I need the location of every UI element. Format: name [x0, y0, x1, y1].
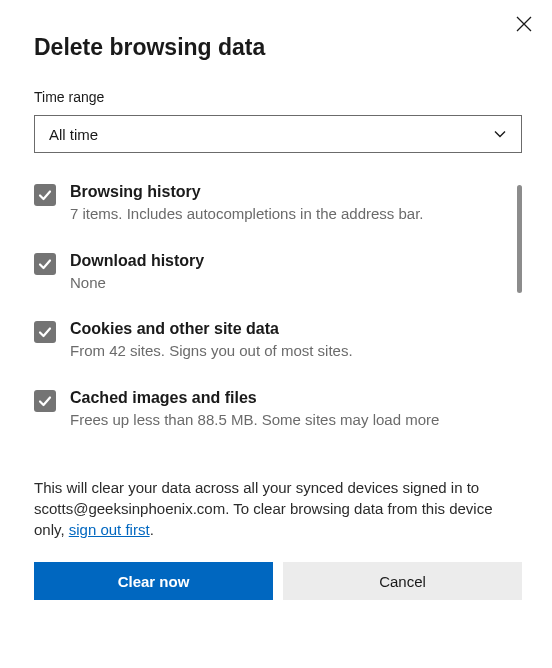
close-button[interactable]: [514, 14, 534, 34]
option-title: Browsing history: [70, 183, 424, 201]
dialog-title: Delete browsing data: [34, 34, 522, 61]
time-range-value: All time: [49, 126, 98, 143]
checkmark-icon: [37, 187, 53, 203]
option-cookies: Cookies and other site data From 42 site…: [34, 320, 510, 361]
option-browsing-history: Browsing history 7 items. Includes autoc…: [34, 183, 510, 224]
note-suffix: .: [150, 521, 154, 538]
checkmark-icon: [37, 256, 53, 272]
cancel-button[interactable]: Cancel: [283, 562, 522, 600]
clear-now-button[interactable]: Clear now: [34, 562, 273, 600]
options-list: Browsing history 7 items. Includes autoc…: [34, 183, 522, 463]
option-title: Cached images and files: [70, 389, 439, 407]
sign-out-link[interactable]: sign out first: [69, 521, 150, 538]
sync-note: This will clear your data across all you…: [34, 477, 522, 540]
option-title: Cookies and other site data: [70, 320, 353, 338]
option-desc: None: [70, 273, 204, 293]
checkbox-download-history[interactable]: [34, 253, 56, 275]
option-download-history: Download history None: [34, 252, 510, 293]
time-range-select[interactable]: All time: [34, 115, 522, 153]
option-desc: 7 items. Includes autocompletions in the…: [70, 204, 424, 224]
option-desc: Frees up less than 88.5 MB. Some sites m…: [70, 410, 439, 430]
checkmark-icon: [37, 393, 53, 409]
time-range-label: Time range: [34, 89, 522, 105]
checkbox-browsing-history[interactable]: [34, 184, 56, 206]
scrollbar-thumb[interactable]: [517, 185, 522, 293]
option-cached: Cached images and files Frees up less th…: [34, 389, 510, 430]
checkmark-icon: [37, 324, 53, 340]
chevron-down-icon: [493, 127, 507, 141]
checkbox-cookies[interactable]: [34, 321, 56, 343]
checkbox-cached[interactable]: [34, 390, 56, 412]
option-title: Download history: [70, 252, 204, 270]
option-desc: From 42 sites. Signs you out of most sit…: [70, 341, 353, 361]
close-icon: [514, 14, 534, 34]
